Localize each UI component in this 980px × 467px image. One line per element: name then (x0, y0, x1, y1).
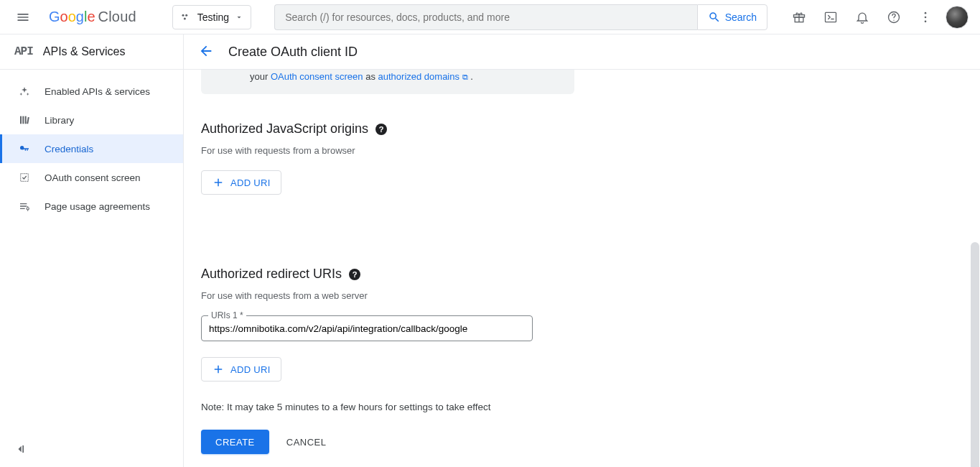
sidebar-item-label: Credentials (45, 144, 93, 154)
sidebar-item-credentials[interactable]: Credentials (0, 134, 183, 163)
add-redirect-uri-button[interactable]: ADD URI (201, 357, 281, 382)
create-button[interactable]: CREATE (201, 430, 269, 454)
account-avatar[interactable] (946, 6, 969, 29)
form-actions: CREATE CANCEL (201, 430, 574, 454)
main-area: Create OAuth client ID your OAuth consen… (184, 34, 980, 467)
js-origins-title-row: Authorized JavaScript origins ? (201, 121, 574, 137)
redirect-subtitle: For use with requests from a web server (201, 290, 574, 301)
sidebar-item-enabled-apis[interactable]: Enabled APIs & services (0, 77, 183, 106)
collapse-icon (13, 442, 27, 456)
svg-point-17 (27, 208, 29, 210)
agreements-icon (19, 200, 30, 212)
library-icon (19, 114, 30, 126)
plus-icon (212, 363, 225, 376)
sidebar-item-oauth-consent[interactable]: OAuth consent screen (0, 163, 183, 192)
api-logo-icon: API (14, 45, 33, 58)
redirect-help[interactable]: ? (349, 269, 360, 280)
content-inner: your OAuth consent screen as authorized … (201, 70, 574, 454)
project-selector[interactable]: Testing (172, 5, 251, 29)
plus-icon (212, 176, 225, 189)
arrow-back-icon (198, 43, 214, 59)
enabled-apis-icon (19, 85, 30, 97)
search-button[interactable]: Search (697, 4, 767, 30)
sidebar-item-page-usage[interactable]: Page usage agreements (0, 192, 183, 221)
consent-icon (19, 172, 30, 183)
gift-icon (792, 10, 806, 24)
terminal-icon (823, 10, 838, 24)
page-header: Create OAuth client ID (184, 34, 980, 70)
svg-point-0 (182, 14, 184, 16)
more-button[interactable] (911, 3, 940, 32)
notifications-button[interactable] (848, 3, 877, 32)
propagation-note: Note: It may take 5 minutes to a few hou… (201, 402, 574, 412)
scrollbar-track[interactable] (970, 70, 980, 467)
cancel-button[interactable]: CANCEL (286, 437, 327, 448)
redirect-uri-field-1: URIs 1 * (201, 315, 533, 341)
authorized-domains-link[interactable]: authorized domains ⧉ (378, 71, 468, 82)
scrollbar-thumb[interactable] (971, 242, 979, 467)
top-utility-icons (785, 3, 974, 32)
redirect-title: Authorized redirect URIs (201, 267, 342, 282)
redirect-uri-label: URIs 1 * (208, 310, 246, 320)
svg-rect-14 (25, 116, 27, 124)
redirect-uri-input[interactable] (201, 315, 533, 341)
hamburger-icon (16, 10, 30, 24)
svg-point-2 (184, 17, 186, 19)
svg-rect-13 (22, 116, 24, 124)
sidebar-item-label: Enabled APIs & services (45, 86, 150, 97)
sidebar-product-name: APIs & Services (43, 45, 126, 58)
sidebar-item-label: Library (45, 115, 74, 126)
info-banner-remnant: your OAuth consent screen as authorized … (201, 70, 574, 94)
top-navigation: GoogleCloud Testing Search (0, 0, 980, 34)
js-origins-section: Authorized JavaScript origins ? For use … (201, 121, 574, 195)
search-container: Search (274, 4, 767, 30)
svg-point-10 (925, 16, 927, 18)
search-icon (708, 11, 721, 24)
js-origins-help[interactable]: ? (375, 124, 387, 135)
google-cloud-logo[interactable]: GoogleCloud (46, 9, 148, 25)
sidebar: API APIs & Services Enabled APIs & servi… (0, 34, 184, 467)
svg-rect-18 (22, 445, 24, 453)
content-scroll[interactable]: your OAuth consent screen as authorized … (184, 70, 980, 467)
svg-point-9 (925, 11, 927, 14)
page-title: Create OAuth client ID (228, 45, 358, 60)
key-icon (19, 143, 30, 154)
js-origins-subtitle: For use with requests from a browser (201, 145, 574, 156)
more-vert-icon (918, 10, 933, 24)
collapse-sidebar-button[interactable] (13, 442, 27, 458)
sidebar-item-library[interactable]: Library (0, 106, 183, 134)
svg-point-8 (893, 19, 894, 20)
cloud-shell-button[interactable] (816, 3, 845, 32)
svg-point-11 (925, 20, 927, 22)
help-icon (887, 10, 901, 24)
page-layout: API APIs & Services Enabled APIs & servi… (0, 34, 980, 467)
project-icon (180, 11, 192, 23)
sidebar-item-label: OAuth consent screen (45, 172, 141, 183)
caret-down-icon (235, 13, 243, 22)
search-button-label: Search (725, 11, 757, 23)
free-trial-button[interactable] (785, 3, 813, 32)
add-uri-label: ADD URI (230, 364, 271, 375)
oauth-consent-link[interactable]: OAuth consent screen (271, 71, 363, 82)
main-menu-button[interactable] (6, 0, 40, 34)
svg-rect-16 (21, 174, 29, 182)
external-link-icon: ⧉ (462, 73, 468, 81)
redirect-section: Authorized redirect URIs ? For use with … (201, 267, 574, 382)
sidebar-header[interactable]: API APIs & Services (0, 34, 183, 70)
search-input-wrap[interactable] (274, 4, 697, 30)
add-uri-label: ADD URI (230, 177, 271, 188)
add-js-origin-button[interactable]: ADD URI (201, 170, 281, 195)
sidebar-item-label: Page usage agreements (45, 201, 150, 212)
redirect-title-row: Authorized redirect URIs ? (201, 267, 574, 282)
project-name: Testing (197, 11, 229, 23)
bell-icon (855, 10, 869, 24)
back-button[interactable] (198, 43, 214, 61)
svg-rect-12 (20, 116, 22, 124)
help-button[interactable] (879, 3, 908, 32)
svg-rect-15 (27, 117, 29, 124)
js-origins-title: Authorized JavaScript origins (201, 121, 368, 137)
svg-point-1 (185, 14, 187, 16)
sidebar-nav: Enabled APIs & services Library Credenti… (0, 70, 183, 221)
search-input[interactable] (285, 11, 687, 23)
